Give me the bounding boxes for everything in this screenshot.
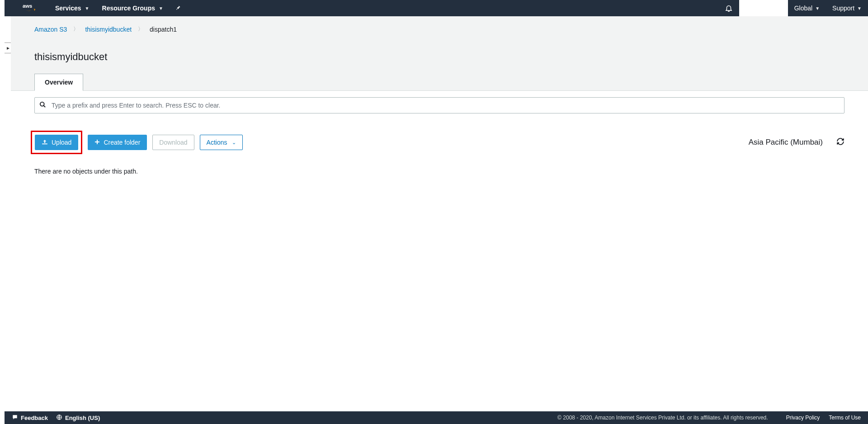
caret-down-icon: ▼: [85, 6, 90, 11]
chevron-right-icon: 〉: [73, 25, 79, 33]
feedback-link[interactable]: Feedback: [12, 414, 48, 422]
page-title: thisismyidbucket: [34, 51, 844, 63]
plus-icon: [94, 139, 100, 146]
chevron-right-icon: 〉: [138, 25, 143, 33]
search-input[interactable]: [52, 102, 840, 109]
empty-state-message: There are no objects under this path.: [34, 168, 844, 175]
breadcrumb-root[interactable]: Amazon S3: [34, 26, 67, 33]
upload-icon: [42, 139, 48, 146]
chevron-down-icon: ⌄: [232, 140, 236, 146]
tab-overview[interactable]: Overview: [34, 74, 83, 91]
upload-button-label: Upload: [52, 139, 71, 146]
terms-of-use-link[interactable]: Terms of Use: [829, 415, 861, 421]
region-indicator: Asia Pacific (Mumbai): [749, 138, 823, 147]
main-content: Upload Create folder Download Actions ⌄ …: [11, 91, 868, 175]
privacy-policy-link[interactable]: Privacy Policy: [786, 415, 820, 421]
feedback-label: Feedback: [21, 415, 48, 421]
upload-highlight-box: Upload: [31, 131, 82, 154]
globe-icon: [56, 414, 62, 422]
upload-button[interactable]: Upload: [35, 135, 78, 150]
search-icon: [39, 101, 46, 109]
speech-bubble-icon: [12, 414, 18, 422]
nav-support[interactable]: Support ▼: [826, 5, 868, 12]
nav-services-label: Services: [55, 5, 81, 12]
download-button-label: Download: [159, 139, 187, 146]
footer: Feedback English (US) © 2008 - 2020, Ama…: [5, 411, 868, 424]
nav-resource-groups[interactable]: Resource Groups ▼: [96, 0, 170, 16]
create-folder-button[interactable]: Create folder: [88, 135, 147, 150]
actions-dropdown[interactable]: Actions ⌄: [200, 135, 243, 150]
svg-text:aws: aws: [23, 3, 32, 9]
language-selector[interactable]: English (US): [56, 414, 100, 422]
download-button: Download: [152, 135, 194, 150]
language-label: English (US): [65, 415, 100, 421]
breadcrumb: Amazon S3 〉 thisismyidbucket 〉 dispatch1: [34, 25, 844, 33]
svg-line-2: [43, 105, 45, 107]
caret-down-icon: ▼: [815, 6, 820, 11]
svg-rect-5: [95, 141, 99, 142]
refresh-button[interactable]: [836, 137, 844, 148]
nav-region-label: Global: [794, 5, 812, 12]
notifications-icon[interactable]: [718, 4, 739, 12]
caret-down-icon: ▼: [159, 6, 163, 11]
header-pane: Amazon S3 〉 thisismyidbucket 〉 dispatch1…: [11, 16, 868, 91]
caret-down-icon: ▼: [857, 6, 862, 11]
create-folder-button-label: Create folder: [104, 139, 140, 146]
search-bar: [34, 97, 844, 113]
actions-dropdown-label: Actions: [207, 139, 227, 146]
svg-rect-3: [42, 144, 47, 145]
copyright-text: © 2008 - 2020, Amazon Internet Services …: [557, 415, 768, 421]
left-edge-strip: [0, 0, 5, 424]
breadcrumb-bucket[interactable]: thisismyidbucket: [85, 26, 132, 33]
svg-point-1: [40, 102, 44, 106]
top-nav: aws Services ▼ Resource Groups ▼ Global …: [5, 0, 868, 16]
pin-icon[interactable]: [170, 5, 187, 12]
nav-support-label: Support: [832, 5, 854, 12]
breadcrumb-current: dispatch1: [150, 26, 177, 33]
nav-resource-groups-label: Resource Groups: [102, 5, 155, 12]
nav-services[interactable]: Services ▼: [49, 0, 96, 16]
account-menu-placeholder[interactable]: [739, 0, 788, 16]
aws-logo[interactable]: aws: [5, 3, 49, 14]
tabs: Overview: [34, 74, 83, 91]
chevron-right-icon: ▸: [7, 45, 9, 51]
toolbar: Upload Create folder Download Actions ⌄ …: [34, 131, 844, 154]
nav-region[interactable]: Global ▼: [788, 5, 826, 12]
